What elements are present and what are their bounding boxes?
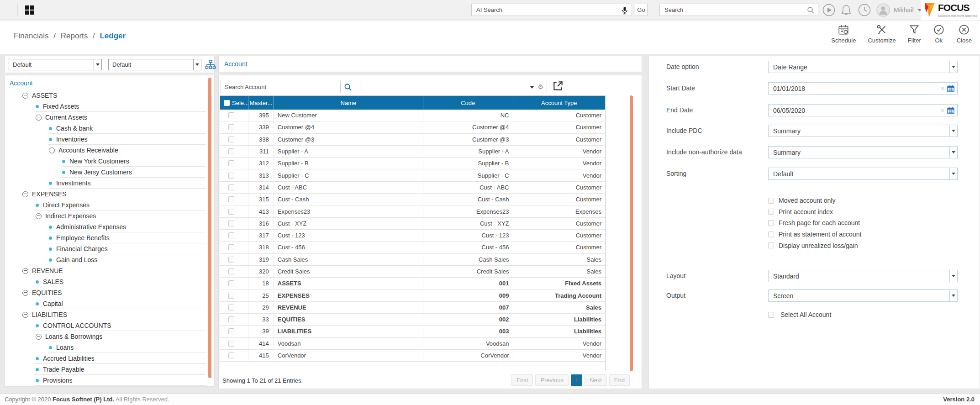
output-select[interactable]: Screen [768, 289, 958, 302]
collapse-icon[interactable] [36, 213, 42, 219]
page-button[interactable]: 1 [571, 374, 582, 386]
table-row[interactable]: 339 Customer @4 Customer @4 Customer [220, 121, 605, 133]
table-row[interactable]: 413 Expenses23 Expenses23 Expenses [220, 205, 605, 217]
collapse-icon[interactable] [49, 147, 55, 153]
tree-item[interactable]: Cash & bank [5, 123, 206, 134]
checkbox[interactable] [768, 312, 774, 318]
go-button[interactable]: Go [635, 4, 648, 16]
table-row[interactable]: 314 Cust - ABC Cust - ABC Customer [220, 182, 605, 194]
date-option-select[interactable]: Date Range [768, 61, 958, 73]
gear-icon[interactable]: ⚙ [537, 83, 543, 90]
ok-button[interactable]: Ok [933, 24, 945, 44]
tree-item[interactable]: New Jersy Customers [5, 167, 206, 178]
select-all-checkbox[interactable] [224, 100, 230, 106]
clear-icon[interactable]: × [941, 107, 944, 114]
chevron-down-icon[interactable] [949, 147, 957, 158]
clear-icon[interactable]: × [941, 85, 944, 92]
row-checkbox[interactable] [228, 257, 234, 263]
end-date-field[interactable]: 06/05/2020 × [768, 104, 958, 116]
row-checkbox[interactable] [228, 184, 234, 190]
row-checkbox[interactable] [228, 293, 234, 299]
tree-item[interactable]: EQUITIES [5, 287, 206, 298]
tree-item[interactable]: Current Assets [5, 112, 206, 123]
tree-item[interactable]: Loans [5, 342, 206, 353]
table-row[interactable]: 395 New Customer NC Customer [220, 110, 605, 121]
row-checkbox[interactable] [228, 268, 234, 274]
row-checkbox[interactable] [228, 137, 234, 142]
page-button[interactable]: First [511, 374, 533, 386]
col-code[interactable]: Code [423, 96, 513, 110]
page-button[interactable]: End [609, 374, 630, 386]
collapse-icon[interactable] [22, 290, 28, 296]
tree-item[interactable]: SALES [5, 276, 206, 287]
row-checkbox[interactable] [228, 221, 234, 226]
tree-layout-select[interactable]: Default [108, 59, 201, 70]
mic-icon[interactable] [621, 6, 628, 15]
col-master[interactable]: Master... [248, 96, 274, 110]
include-non-auth-select[interactable]: Summary [768, 146, 958, 158]
table-row[interactable]: 312 Supplier - B Supplier - B Vendor [220, 158, 605, 169]
search-account-input[interactable] [221, 81, 340, 93]
table-row[interactable]: 319 Cash Sales Cash Sales Sales [220, 254, 605, 266]
search-account-button[interactable] [340, 81, 355, 93]
breadcrumb-financials[interactable]: Financials [14, 32, 49, 40]
row-checkbox[interactable] [228, 316, 234, 322]
option-checkbox-row[interactable]: Moved account only [768, 195, 861, 206]
breadcrumb-reports[interactable]: Reports [61, 32, 88, 40]
tree-item[interactable]: Fixed Assets [5, 101, 206, 112]
checkbox[interactable] [768, 242, 774, 248]
page-button[interactable]: Previous [535, 374, 569, 386]
row-checkbox[interactable] [228, 305, 234, 310]
table-scrollbar[interactable] [630, 95, 633, 371]
checkbox[interactable] [768, 220, 774, 226]
col-name[interactable]: Name [274, 96, 423, 110]
account-filter-select[interactable]: ⚙ [362, 81, 547, 93]
row-checkbox[interactable] [228, 196, 234, 202]
table-row[interactable]: 415 CorVendor CorVendor Vendor [220, 350, 605, 362]
table-row[interactable]: 313 Supplier - C Supplier - C Vendor [220, 169, 605, 181]
start-date-field[interactable]: 01/01/2018 × [768, 82, 958, 95]
select-all-account-row[interactable]: Select All Account [768, 311, 831, 318]
chevron-down-icon[interactable] [949, 290, 957, 301]
customize-button[interactable]: Customize [868, 24, 896, 44]
col-select[interactable]: Sele... [232, 100, 249, 106]
tree-item[interactable]: Indirect Expenses [5, 210, 206, 221]
row-checkbox[interactable] [228, 341, 234, 347]
search-icon[interactable] [807, 6, 815, 14]
apps-grid-icon[interactable] [25, 5, 34, 15]
collapse-icon[interactable] [36, 334, 42, 340]
row-checkbox[interactable] [228, 280, 234, 286]
table-row[interactable]: 338 Customer @3 Customer @3 Customer [220, 134, 605, 146]
tree-item[interactable]: Inventories [5, 134, 206, 145]
tree-item[interactable]: CONTROL ACCOUNTS [5, 320, 206, 331]
chevron-down-icon[interactable] [949, 168, 957, 179]
row-checkbox[interactable] [228, 328, 234, 334]
tree-item[interactable]: REVENUE [5, 265, 206, 276]
tree-item[interactable]: Investments [5, 178, 206, 189]
option-checkbox-row[interactable]: Print account index [768, 206, 861, 218]
row-checkbox[interactable] [228, 209, 234, 215]
option-checkbox-row[interactable]: Print as statement of account [768, 229, 861, 240]
collapse-icon[interactable] [22, 268, 28, 274]
tree-type-select[interactable]: Default [9, 59, 102, 70]
tree-item[interactable]: Accrued Liabilities [5, 353, 206, 364]
tree-item[interactable]: ASSETS [5, 90, 206, 101]
table-row[interactable]: 318 Cust - 456 Cust - 456 Customer [220, 242, 605, 253]
global-search-input[interactable] [660, 4, 818, 16]
table-row[interactable]: 39 LIABILITIES 003 Liabilities [220, 326, 605, 337]
checkbox[interactable] [768, 209, 774, 215]
notifications-bell-icon[interactable] [840, 4, 853, 16]
row-checkbox[interactable] [228, 148, 234, 154]
row-checkbox[interactable] [228, 352, 234, 358]
tree-item[interactable]: Employee Benefits [5, 232, 206, 243]
collapse-icon[interactable] [22, 93, 28, 99]
chevron-down-icon[interactable] [949, 61, 957, 73]
calendar-icon[interactable] [947, 85, 954, 92]
collapse-icon[interactable] [36, 115, 42, 121]
tree-item[interactable]: Administrative Expenses [5, 221, 206, 232]
tree-item[interactable]: Gain and Loss [5, 254, 206, 265]
tree-item[interactable]: New York Customers [5, 156, 206, 167]
tree-item[interactable]: Provisions [5, 375, 206, 386]
row-checkbox[interactable] [228, 112, 234, 118]
tree-scrollbar[interactable] [208, 78, 211, 378]
